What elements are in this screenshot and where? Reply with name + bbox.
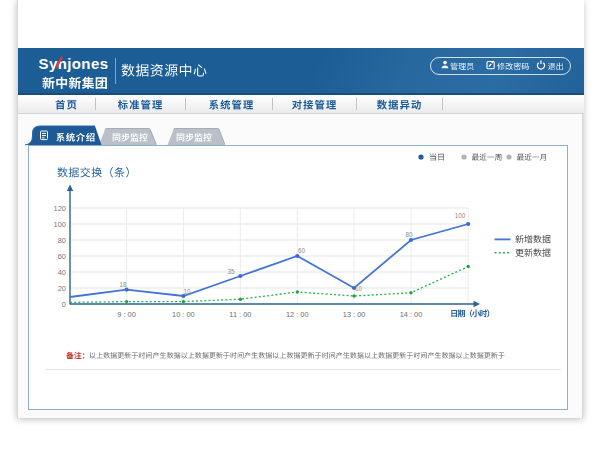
svg-text:120: 120 bbox=[53, 204, 66, 213]
svg-text:100: 100 bbox=[53, 220, 66, 229]
svg-text:80: 80 bbox=[58, 236, 66, 245]
svg-text:60: 60 bbox=[298, 247, 306, 254]
svg-text:10: 10 bbox=[183, 288, 191, 295]
svg-text:11 : 00: 11 : 00 bbox=[229, 310, 251, 319]
svg-text:18: 18 bbox=[119, 281, 127, 288]
svg-text:100: 100 bbox=[455, 212, 466, 219]
svg-text:10: 10 bbox=[355, 285, 363, 292]
svg-text:13 : 00: 13 : 00 bbox=[343, 310, 366, 319]
svg-text:35: 35 bbox=[227, 268, 235, 275]
svg-text:14 : 00: 14 : 00 bbox=[400, 310, 423, 319]
svg-text:80: 80 bbox=[405, 231, 413, 238]
svg-text:12 : 00: 12 : 00 bbox=[286, 310, 309, 319]
svg-text:10 : 00: 10 : 00 bbox=[172, 310, 195, 319]
svg-text:60: 60 bbox=[58, 252, 66, 261]
svg-text:0: 0 bbox=[62, 300, 66, 309]
svg-text:40: 40 bbox=[58, 268, 66, 277]
svg-text:20: 20 bbox=[58, 284, 66, 293]
svg-text:9 : 00: 9 : 00 bbox=[117, 310, 136, 319]
